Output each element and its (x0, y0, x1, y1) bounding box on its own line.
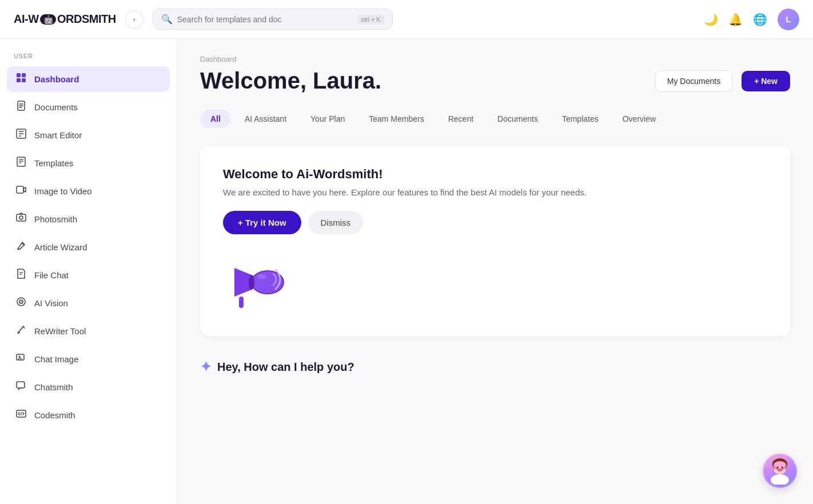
bell-icon: 🔔 (728, 13, 743, 26)
bottom-help-text: ✦ Hey, How can I help you? (200, 359, 790, 375)
svg-rect-34 (239, 297, 244, 308)
sidebar-item-file-chat[interactable]: File Chat (7, 262, 170, 288)
sidebar-item-ai-vision[interactable]: AI Vision (7, 290, 170, 316)
sidebar-item-label-templates: Templates (34, 158, 73, 168)
svg-rect-12 (17, 157, 25, 166)
sidebar-item-label-chat-image: Chat Image (34, 354, 79, 364)
sidebar-item-label-photosmith: Photosmith (34, 214, 77, 224)
tab-recent[interactable]: Recent (438, 110, 484, 128)
svg-point-35 (257, 274, 266, 279)
svg-point-25 (21, 301, 22, 302)
new-button[interactable]: + New (742, 71, 790, 91)
tab-overview[interactable]: Overview (612, 110, 666, 128)
sidebar-item-codesmith[interactable]: Codesmith (7, 402, 170, 428)
topnav: AI-W🤖ORDSMITH ‹ 🔍 ctrl + K 🌙 🔔 🌐 L (0, 0, 813, 39)
codesmith-icon (15, 408, 27, 422)
moon-icon: 🌙 (704, 13, 718, 26)
sidebar: USER DashboardDocumentsSmart EditorTempl… (0, 39, 177, 504)
svg-point-33 (249, 275, 254, 290)
svg-rect-1 (22, 73, 26, 77)
sidebar-item-smart-editor[interactable]: Smart Editor (7, 122, 170, 148)
logo-robot: 🤖 (40, 14, 57, 25)
sidebar-item-label-ai-vision: AI Vision (34, 298, 68, 308)
svg-point-27 (19, 356, 21, 358)
documents-icon (15, 100, 27, 114)
photosmith-icon (15, 212, 27, 226)
smart-editor-icon (15, 128, 27, 142)
sidebar-item-image-to-video[interactable]: Image to Video (7, 178, 170, 204)
search-input[interactable] (177, 15, 353, 24)
svg-point-41 (777, 467, 779, 469)
support-avatar-image (764, 455, 796, 487)
svg-point-43 (771, 474, 789, 485)
chat-image-icon (15, 352, 27, 366)
dismiss-button[interactable]: Dismiss (308, 211, 364, 234)
search-bar[interactable]: 🔍 ctrl + K (153, 9, 393, 30)
app-logo: AI-W🤖ORDSMITH (14, 13, 116, 26)
sidebar-item-label-smart-editor: Smart Editor (34, 130, 82, 140)
sidebar-item-chatsmith[interactable]: Chatsmith (7, 374, 170, 400)
sidebar-collapse-button[interactable]: ‹ (125, 10, 144, 29)
page-title: Welcome, Laura. (200, 68, 646, 94)
sidebar-section-label: USER (7, 50, 170, 64)
globe-icon: 🌐 (753, 13, 767, 26)
card-actions: + Try it Now Dismiss (223, 211, 767, 234)
dashboard-icon (15, 72, 27, 86)
sidebar-item-templates[interactable]: Templates (7, 150, 170, 176)
sidebar-item-label-dashboard: Dashboard (34, 74, 79, 84)
main-content: Dashboard Welcome, Laura. My Documents +… (177, 39, 813, 504)
chatsmith-icon (15, 380, 27, 394)
sidebar-item-rewriter-tool[interactable]: ReWriter Tool (7, 318, 170, 344)
logo-text-ordsmith: ORDSMITH (57, 13, 116, 26)
search-shortcut-label: ctrl + K (357, 15, 384, 24)
tab-team-members[interactable]: Team Members (358, 110, 434, 128)
sparkle-icon: ✦ (200, 359, 212, 375)
notifications-button[interactable]: 🔔 (728, 13, 743, 26)
tab-all[interactable]: All (200, 110, 231, 128)
layout: USER DashboardDocumentsSmart EditorTempl… (0, 39, 813, 504)
rewriter-tool-icon (15, 324, 27, 338)
chevron-left-icon: ‹ (133, 15, 135, 23)
my-documents-button[interactable]: My Documents (655, 70, 732, 92)
megaphone-svg (223, 248, 292, 317)
tab-your-plan[interactable]: Your Plan (300, 110, 355, 128)
file-chat-icon (15, 268, 27, 282)
sidebar-item-label-file-chat: File Chat (34, 270, 69, 280)
header-row: Welcome, Laura. My Documents + New (200, 68, 790, 94)
svg-point-42 (782, 467, 783, 469)
user-avatar[interactable]: L (778, 9, 799, 30)
sidebar-item-documents[interactable]: Documents (7, 94, 170, 120)
svg-rect-17 (17, 214, 26, 221)
help-text: Hey, How can I help you? (217, 361, 354, 374)
svg-rect-26 (17, 354, 24, 360)
dark-mode-button[interactable]: 🌙 (704, 13, 718, 26)
svg-rect-28 (17, 382, 25, 388)
welcome-card: Welcome to Ai-Wordsmith! We are excited … (200, 146, 790, 336)
tab-ai-assistant[interactable]: AI Assistant (234, 110, 297, 128)
sidebar-item-label-codesmith: Codesmith (34, 410, 75, 420)
welcome-card-description: We are excited to have you here. Explore… (223, 187, 612, 197)
templates-icon (15, 156, 27, 170)
sidebar-item-photosmith[interactable]: Photosmith (7, 206, 170, 232)
ai-vision-icon (15, 296, 27, 310)
tab-templates[interactable]: Templates (552, 110, 609, 128)
sidebar-item-dashboard[interactable]: Dashboard (7, 66, 170, 92)
support-face-svg (766, 457, 794, 485)
svg-line-30 (21, 412, 22, 415)
breadcrumb: Dashboard (200, 55, 790, 63)
sidebar-item-article-wizard[interactable]: Article Wizard (7, 234, 170, 260)
try-it-now-button[interactable]: + Try it Now (223, 211, 301, 234)
sidebar-item-label-image-to-video: Image to Video (34, 186, 92, 196)
nav-right-icons: 🌙 🔔 🌐 L (704, 9, 799, 30)
sidebar-item-label-article-wizard: Article Wizard (34, 242, 87, 252)
welcome-card-heading: Welcome to Ai-Wordsmith! (223, 167, 767, 182)
sidebar-item-chat-image[interactable]: Chat Image (7, 346, 170, 372)
language-button[interactable]: 🌐 (753, 13, 767, 26)
svg-point-18 (19, 216, 23, 219)
svg-point-40 (774, 461, 786, 469)
support-avatar[interactable] (763, 454, 797, 488)
svg-rect-16 (17, 186, 23, 193)
article-wizard-icon (15, 240, 27, 254)
tab-documents[interactable]: Documents (487, 110, 548, 128)
logo-text-ai: AI-W (14, 13, 39, 26)
